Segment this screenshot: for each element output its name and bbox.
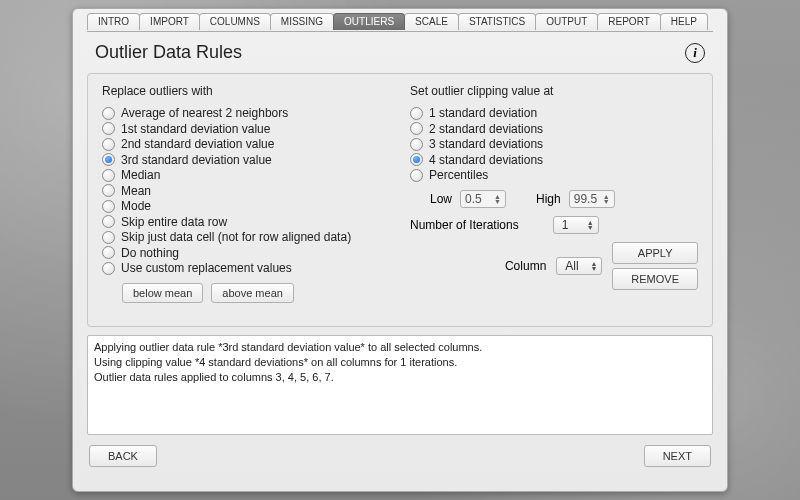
clipping-option-label: 4 standard deviations (429, 153, 543, 167)
radio-icon (102, 231, 115, 244)
low-stepper[interactable]: 0.5 ▲▼ (460, 190, 506, 208)
page-title: Outlier Data Rules (95, 42, 242, 63)
remove-button[interactable]: REMOVE (612, 268, 698, 290)
clipping-option-label: Percentiles (429, 168, 488, 182)
radio-icon (410, 153, 423, 166)
replace-option[interactable]: Mean (102, 184, 390, 198)
replace-option-label: Skip entire data row (121, 215, 227, 229)
radio-icon (102, 215, 115, 228)
low-value: 0.5 (465, 192, 482, 206)
percentile-row: Low 0.5 ▲▼ High 99.5 ▲▼ (430, 190, 698, 208)
tab-help[interactable]: HELP (660, 13, 708, 30)
main-panel: INTROIMPORTCOLUMNSMISSINGOUTLIERSSCALEST… (72, 8, 728, 492)
clipping-option-label: 1 standard deviation (429, 106, 537, 120)
info-icon[interactable]: i (685, 43, 705, 63)
stepper-arrows-icon: ▲▼ (603, 194, 610, 204)
iterations-value: 1 (562, 218, 569, 232)
back-button[interactable]: BACK (89, 445, 157, 467)
clipping-group: Set outlier clipping value at 1 standard… (410, 84, 698, 316)
replace-option[interactable]: Skip just data cell (not for row aligned… (102, 230, 390, 244)
tab-scale[interactable]: SCALE (404, 13, 459, 30)
replace-option[interactable]: Average of nearest 2 neighbors (102, 106, 390, 120)
apply-button[interactable]: APPLY (612, 242, 698, 264)
replace-option[interactable]: 1st standard deviation value (102, 122, 390, 136)
next-button[interactable]: NEXT (644, 445, 711, 467)
clipping-option[interactable]: 3 standard deviations (410, 137, 698, 151)
column-action-row: Column All ▲▼ APPLY REMOVE (410, 242, 698, 290)
clipping-option[interactable]: 1 standard deviation (410, 106, 698, 120)
radio-icon (102, 122, 115, 135)
replace-option[interactable]: 3rd standard deviation value (102, 153, 390, 167)
clipping-option[interactable]: 2 standard deviations (410, 122, 698, 136)
above-mean-button[interactable]: above mean (211, 283, 294, 303)
tab-bar: INTROIMPORTCOLUMNSMISSINGOUTLIERSSCALEST… (73, 8, 727, 30)
clipping-option-label: 3 standard deviations (429, 137, 543, 151)
column-value: All (565, 259, 578, 273)
replace-option[interactable]: Median (102, 168, 390, 182)
replace-group-label: Replace outliers with (102, 84, 390, 98)
replace-option-label: 1st standard deviation value (121, 122, 270, 136)
below-mean-button[interactable]: below mean (122, 283, 203, 303)
clipping-option[interactable]: 4 standard deviations (410, 153, 698, 167)
log-line: Applying outlier data rule *3rd standard… (94, 340, 706, 355)
replace-group: Replace outliers with Average of nearest… (102, 84, 390, 316)
tab-missing[interactable]: MISSING (270, 13, 334, 30)
radio-icon (102, 246, 115, 259)
radio-icon (410, 138, 423, 151)
replace-option[interactable]: 2nd standard deviation value (102, 137, 390, 151)
clipping-option-label: 2 standard deviations (429, 122, 543, 136)
replace-option-label: 2nd standard deviation value (121, 137, 274, 151)
replace-option-label: Do nothing (121, 246, 179, 260)
radio-icon (102, 138, 115, 151)
radio-icon (410, 122, 423, 135)
replace-option[interactable]: Mode (102, 199, 390, 213)
radio-icon (410, 169, 423, 182)
log-line: Outlier data rules applied to columns 3,… (94, 370, 706, 385)
replace-option-label: Mean (121, 184, 151, 198)
tab-outliers[interactable]: OUTLIERS (333, 13, 405, 30)
form-area: Replace outliers with Average of nearest… (87, 73, 713, 327)
clipping-option[interactable]: Percentiles (410, 168, 698, 182)
log-line: Using clipping value *4 standard deviati… (94, 355, 706, 370)
footer-row: BACK NEXT (87, 435, 713, 467)
tab-import[interactable]: IMPORT (139, 13, 200, 30)
tab-statistics[interactable]: STATISTICS (458, 13, 536, 30)
iterations-label: Number of Iterations (410, 218, 519, 232)
chevron-updown-icon: ▲▼ (590, 261, 597, 271)
high-value: 99.5 (574, 192, 597, 206)
replace-option-label: 3rd standard deviation value (121, 153, 272, 167)
replace-option[interactable]: Use custom replacement values (102, 261, 390, 275)
radio-icon (102, 107, 115, 120)
low-label: Low (430, 192, 452, 206)
log-output[interactable]: Applying outlier data rule *3rd standard… (87, 335, 713, 435)
replace-option-label: Skip just data cell (not for row aligned… (121, 230, 351, 244)
panel-body: Outlier Data Rules i Replace outliers wi… (87, 31, 713, 467)
tab-columns[interactable]: COLUMNS (199, 13, 271, 30)
column-label: Column (505, 259, 546, 273)
replace-option[interactable]: Do nothing (102, 246, 390, 260)
high-stepper[interactable]: 99.5 ▲▼ (569, 190, 615, 208)
replace-option[interactable]: Skip entire data row (102, 215, 390, 229)
radio-icon (102, 169, 115, 182)
tab-intro[interactable]: INTRO (87, 13, 140, 30)
tab-report[interactable]: REPORT (597, 13, 661, 30)
radio-icon (102, 200, 115, 213)
clipping-group-label: Set outlier clipping value at (410, 84, 698, 98)
radio-icon (410, 107, 423, 120)
iterations-row: Number of Iterations 1 ▲▼ (410, 216, 698, 234)
column-select[interactable]: All ▲▼ (556, 257, 602, 275)
custom-value-buttons: below mean above mean (122, 283, 390, 303)
radio-icon (102, 184, 115, 197)
tab-output[interactable]: OUTPUT (535, 13, 598, 30)
radio-icon (102, 262, 115, 275)
header-row: Outlier Data Rules i (87, 38, 713, 73)
high-label: High (536, 192, 561, 206)
replace-option-label: Average of nearest 2 neighbors (121, 106, 288, 120)
iterations-select[interactable]: 1 ▲▼ (553, 216, 599, 234)
chevron-updown-icon: ▲▼ (587, 220, 594, 230)
replace-option-label: Use custom replacement values (121, 261, 292, 275)
stepper-arrows-icon: ▲▼ (494, 194, 501, 204)
radio-icon (102, 153, 115, 166)
replace-option-label: Mode (121, 199, 151, 213)
action-buttons: APPLY REMOVE (612, 242, 698, 290)
